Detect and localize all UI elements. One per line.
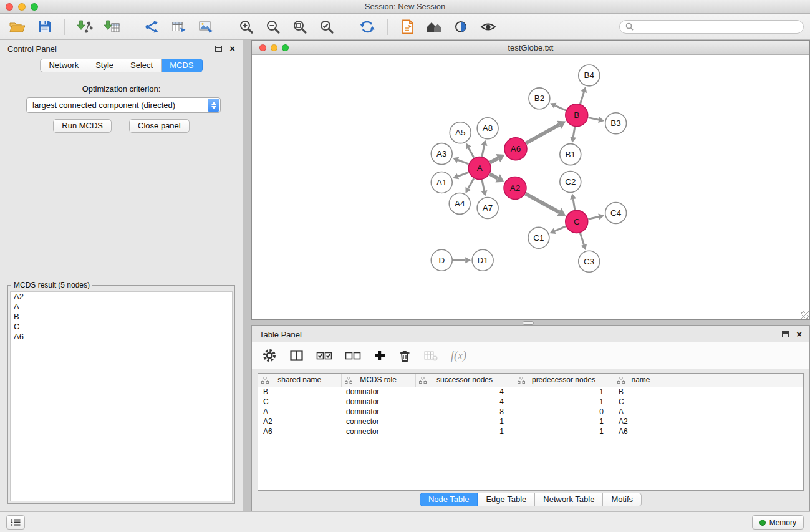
zoom-fit-icon[interactable] [289, 17, 311, 37]
mcds-result-item[interactable]: A2 [11, 292, 232, 302]
column-header-name[interactable]: name [614, 374, 668, 387]
node-A3[interactable]: A3 [431, 143, 452, 165]
edge-A-A5[interactable] [466, 143, 474, 158]
import-network-file-icon[interactable] [74, 17, 96, 37]
node-A6[interactable]: A6 [504, 138, 527, 160]
edge-A-A8[interactable] [481, 140, 488, 157]
resize-grip[interactable] [801, 311, 809, 319]
run-mcds-button[interactable]: Run MCDS [53, 119, 112, 133]
node-A2[interactable]: A2 [504, 177, 526, 200]
select-all-icon[interactable] [316, 346, 332, 365]
node-A8[interactable]: A8 [477, 118, 498, 139]
tab-motifs[interactable]: Motifs [603, 493, 642, 506]
edge-A2-C[interactable] [526, 194, 566, 216]
column-header-successor-nodes[interactable]: successor nodes [415, 374, 514, 387]
style-icon[interactable] [450, 17, 473, 37]
edge-A-A4[interactable] [465, 178, 473, 193]
edge-A-A1[interactable] [453, 172, 468, 179]
close-panel-icon[interactable]: × [229, 45, 235, 52]
network-maximize-button[interactable] [282, 44, 289, 51]
tab-select[interactable]: Select [122, 59, 162, 72]
mcds-result-item[interactable]: A6 [11, 332, 232, 342]
show-hide-icon[interactable] [477, 17, 499, 37]
refresh-layout-icon[interactable] [356, 17, 378, 37]
node-table-container[interactable]: shared nameMCDS rolesuccessor nodesprede… [258, 373, 804, 491]
tab-mcds[interactable]: MCDS [162, 59, 202, 72]
node-A[interactable]: A [468, 157, 491, 180]
tab-edge-table[interactable]: Edge Table [478, 493, 535, 506]
close-window-button[interactable] [6, 3, 13, 11]
edge-A6-B[interactable] [526, 121, 566, 143]
edge-C-C3[interactable] [580, 233, 587, 250]
column-header-predecessor-nodes[interactable]: predecessor nodes [514, 374, 614, 387]
edge-B-B2[interactable] [550, 103, 566, 110]
node-B1[interactable]: B1 [560, 144, 581, 165]
close-panel-button[interactable]: Close panel [129, 119, 190, 133]
node-C2[interactable]: C2 [560, 172, 581, 193]
node-B[interactable]: B [566, 104, 588, 127]
mcds-result-item[interactable]: A [11, 302, 232, 312]
maximize-window-button[interactable] [31, 3, 38, 11]
node-B3[interactable]: B3 [605, 113, 627, 134]
minimize-window-button[interactable] [18, 3, 26, 11]
edge-D-D1[interactable] [453, 257, 471, 263]
edge-A-A6[interactable] [490, 154, 505, 163]
zoom-out-icon[interactable] [262, 17, 284, 37]
node-C4[interactable]: C4 [605, 202, 627, 223]
edge-A-A7[interactable] [481, 180, 488, 196]
network-close-button[interactable] [259, 44, 266, 51]
table-row[interactable]: A6connector11A6 [258, 427, 803, 437]
edge-C-C1[interactable] [549, 226, 566, 234]
table-row[interactable]: Cdominator41C [258, 397, 803, 407]
mcds-result-item[interactable]: B [11, 312, 232, 322]
table-row[interactable]: A2connector11A2 [258, 417, 803, 427]
zoom-selected-icon[interactable] [316, 17, 338, 37]
close-table-panel-icon[interactable]: × [796, 331, 802, 338]
memory-button[interactable]: Memory [752, 515, 804, 530]
add-row-icon[interactable] [374, 346, 386, 365]
node-A7[interactable]: A7 [477, 197, 498, 218]
node-A4[interactable]: A4 [449, 193, 470, 214]
task-history-button[interactable] [6, 515, 25, 530]
edge-B-B1[interactable] [570, 127, 576, 142]
edge-A-A2[interactable] [490, 174, 504, 183]
deselect-all-icon[interactable] [345, 346, 361, 365]
node-C1[interactable]: C1 [528, 227, 549, 248]
mcds-result-item[interactable]: C [11, 322, 232, 332]
network-canvas[interactable]: AA1A2A3A4A5A6A7A8BB1B2B3B4CC1C2C3C4DD1 [252, 56, 809, 319]
table-row[interactable]: Adominator80A [258, 407, 803, 417]
float-table-panel-icon[interactable] [782, 331, 789, 337]
delete-row-icon[interactable] [398, 346, 411, 365]
node-B2[interactable]: B2 [529, 88, 550, 109]
node-A1[interactable]: A1 [431, 172, 452, 193]
export-image-icon[interactable] [195, 17, 217, 37]
save-session-icon[interactable] [33, 17, 55, 37]
table-row[interactable]: Bdominator41B [258, 387, 803, 397]
column-icon[interactable] [289, 346, 304, 365]
open-session-icon[interactable] [6, 17, 29, 37]
node-D[interactable]: D [431, 249, 452, 271]
column-header-shared-name[interactable]: shared name [258, 374, 341, 387]
gear-icon[interactable] [262, 346, 277, 365]
node-D1[interactable]: D1 [472, 249, 493, 271]
tab-node-table[interactable]: Node Table [420, 493, 478, 506]
node-A5[interactable]: A5 [450, 122, 471, 143]
tab-network[interactable]: Network [40, 59, 87, 72]
zoom-in-icon[interactable] [235, 17, 258, 37]
edge-B-B3[interactable] [588, 117, 604, 123]
home-icon[interactable] [423, 17, 446, 37]
column-header-mcds-role[interactable]: MCDS role [341, 374, 415, 387]
edge-C-C2[interactable] [570, 193, 576, 210]
edge-B-B4[interactable] [580, 87, 587, 104]
edge-C-C4[interactable] [588, 214, 604, 220]
new-table-icon[interactable] [168, 17, 190, 37]
search-field[interactable] [619, 20, 804, 34]
search-input[interactable] [637, 22, 798, 31]
node-C3[interactable]: C3 [579, 251, 600, 272]
new-network-icon[interactable] [141, 17, 163, 37]
tab-style[interactable]: Style [87, 59, 122, 72]
float-panel-icon[interactable] [215, 46, 222, 52]
network-minimize-button[interactable] [271, 44, 277, 51]
criterion-dropdown[interactable]: largest connected component (directed) [26, 97, 221, 113]
tab-network-table[interactable]: Network Table [535, 493, 603, 506]
